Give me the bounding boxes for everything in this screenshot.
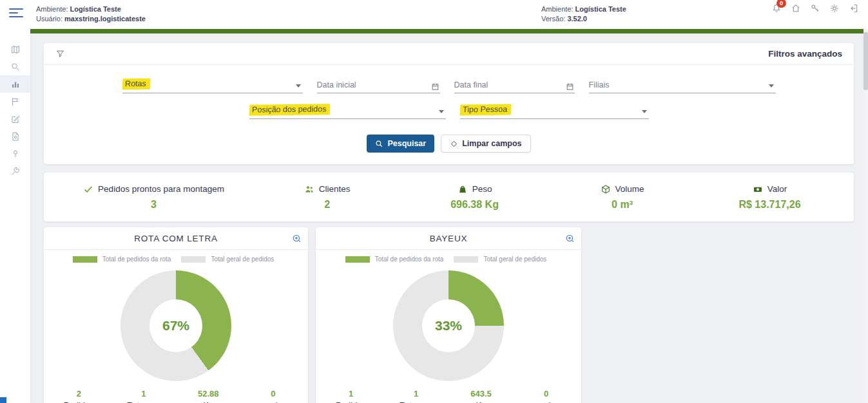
clear-fields-button[interactable]: Limpar campos: [441, 135, 530, 153]
usuario-value: maxstring.logisticateste: [64, 15, 146, 23]
summary-label: Valor: [767, 184, 787, 194]
sidebar-item-flag[interactable]: [0, 93, 30, 110]
donut-chart: 67%: [121, 270, 231, 381]
chevron-down-icon: [642, 110, 647, 113]
home-icon[interactable]: [791, 3, 801, 14]
rotas-label: Rotas: [122, 79, 149, 89]
summary-value: 3: [151, 199, 157, 211]
posicao-pedidos-label: Posição dos pedidos: [249, 104, 330, 115]
route-card-header: ROTA COM LETRA: [44, 227, 308, 250]
summary-label: Clientes: [319, 184, 351, 194]
stat-pedidos: 2 Pedidos: [46, 389, 111, 403]
volume-icon: [601, 184, 611, 194]
filters-header: Filtros avançados: [44, 43, 854, 65]
notifications-icon[interactable]: 0: [771, 3, 782, 14]
logout-icon[interactable]: [849, 3, 859, 14]
sidebar-item-document[interactable]: [0, 127, 30, 145]
summary-pedidos-prontos: Pedidos prontos para montagem 3: [54, 184, 253, 211]
rotas-select[interactable]: Rotas: [122, 78, 303, 93]
calendar-icon[interactable]: [431, 82, 439, 90]
data-inicial-input[interactable]: Data inicial: [317, 78, 440, 93]
route-stats: 2 Pedidos 1 Entregas 52.88 Kg 0 m³: [44, 389, 308, 403]
data-final-input[interactable]: Data final: [454, 78, 575, 93]
legend-label-geral: Total geral de pedidos: [483, 256, 546, 263]
stat-value: 1: [383, 389, 448, 398]
settings-icon[interactable]: [829, 3, 840, 14]
floating-corner-button[interactable]: [0, 397, 6, 403]
zoom-in-icon[interactable]: [565, 234, 575, 243]
legend-swatch-rota: [345, 256, 370, 263]
filiais-select[interactable]: Filiais: [589, 78, 776, 93]
ambiente-value-center: Logística Teste: [575, 5, 626, 13]
route-stats: 1 Pedidos 1 Entregas 643.5 Kg 0 m³: [316, 389, 581, 403]
chevron-down-icon: [769, 84, 774, 88]
stat-kg: 643.5 Kg: [448, 389, 514, 403]
filter-actions: Pesquisar Limpar campos: [44, 135, 854, 153]
stat-label: Entregas: [111, 400, 177, 403]
search-button-label: Pesquisar: [387, 139, 426, 148]
stat-value: 1: [111, 389, 177, 398]
advanced-filters-title: Filtros avançados: [768, 49, 842, 59]
search-button[interactable]: Pesquisar: [367, 135, 434, 153]
posicao-pedidos-select[interactable]: Posição dos pedidos: [249, 104, 446, 119]
sidebar-item-map[interactable]: [0, 41, 30, 58]
eraser-icon: [450, 140, 458, 148]
ambiente-label-center: Ambiente:: [541, 5, 574, 13]
menu-toggle-icon[interactable]: [9, 8, 24, 20]
route-title: BAYEUX: [430, 234, 468, 243]
chevron-down-icon: [439, 110, 444, 113]
filters-body: Rotas Data inicial Data final: [44, 65, 854, 164]
notification-badge: 0: [776, 0, 786, 8]
donut-hole: 33%: [422, 299, 475, 352]
donut-hole: 67%: [149, 299, 202, 352]
clients-icon: [304, 184, 314, 194]
legend-label-rota: Total de pedidos da rota: [375, 256, 444, 263]
clear-fields-label: Limpar campos: [462, 139, 521, 148]
vertical-scrollbar: [863, 29, 868, 403]
stat-value: 643.5: [448, 389, 514, 398]
stat-label: Pedidos: [318, 400, 383, 403]
chevron-down-icon: [296, 84, 301, 88]
filiais-label: Filiais: [589, 80, 610, 89]
search-icon: [375, 140, 383, 148]
route-card-bayeux: BAYEUX Total de pedidos da rota Total ge…: [316, 227, 581, 403]
summary-value: 0 m³: [612, 199, 633, 211]
key-icon[interactable]: [810, 3, 820, 14]
scrollbar-thumb[interactable]: [863, 32, 868, 90]
stat-value: 52.88: [176, 389, 241, 398]
legend-swatch-geral: [454, 256, 478, 263]
versao-label: Versão:: [541, 15, 565, 23]
data-inicial-placeholder: Data inicial: [317, 80, 356, 89]
summary-label: Peso: [472, 184, 492, 194]
sidebar-item-edit[interactable]: [0, 110, 30, 127]
calendar-icon[interactable]: [566, 82, 574, 90]
summary-clientes: Clientes 2: [253, 184, 401, 211]
legend-swatch-rota: [73, 256, 97, 263]
summary-value: R$ 13.717,26: [738, 199, 800, 211]
versao-value: 3.52.0: [567, 15, 587, 23]
filter-row-1: Rotas Data inicial Data final: [44, 78, 854, 93]
route-card-rota-com-letra: ROTA COM LETRA Total de pedidos da rota …: [44, 227, 308, 403]
filter-icon[interactable]: [55, 49, 65, 59]
donut-percentage: 67%: [162, 318, 189, 333]
stat-label: Kg: [448, 400, 514, 403]
stat-m3: 0 m³: [514, 389, 579, 403]
donut-chart: 33%: [393, 270, 504, 381]
legend-label-rota: Total de pedidos da rota: [102, 256, 171, 263]
money-icon: [753, 184, 763, 194]
tipo-pessoa-select[interactable]: Tipo Pessoa: [460, 104, 649, 119]
filters-panel: Filtros avançados Rotas Data inicial: [44, 43, 854, 164]
stat-label: Kg: [176, 400, 241, 403]
chart-legend: Total de pedidos da rota Total geral de …: [316, 256, 581, 263]
sidebar-item-wrench[interactable]: [0, 162, 30, 180]
app-root: Ambiente: Logística Teste Usuário: maxst…: [0, 0, 868, 403]
filter-row-2: Posição dos pedidos Tipo Pessoa: [44, 104, 854, 119]
sidebar-item-pin[interactable]: [0, 145, 30, 162]
stat-value: 2: [46, 389, 111, 398]
stat-label: Pedidos: [46, 400, 111, 403]
summary-label: Pedidos prontos para montagem: [98, 184, 224, 194]
sidebar-item-dashboard[interactable]: [0, 75, 30, 93]
header-actions: 0: [771, 3, 859, 14]
sidebar-item-search[interactable]: [0, 58, 30, 75]
zoom-in-icon[interactable]: [292, 234, 302, 243]
